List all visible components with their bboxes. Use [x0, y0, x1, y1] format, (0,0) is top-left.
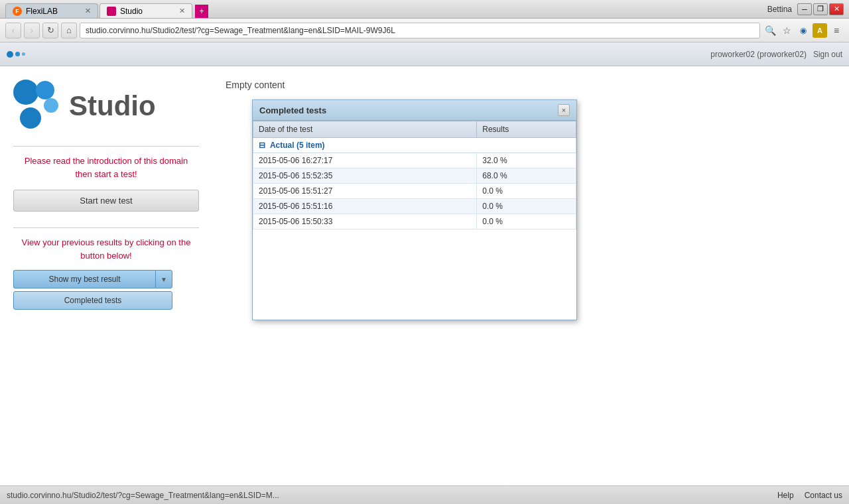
bubble-2	[36, 81, 54, 99]
divider-2	[13, 227, 199, 228]
user-info: proworker02 (proworker02)	[710, 50, 807, 59]
cell-result: 0.0 %	[477, 184, 576, 199]
new-tab-button[interactable]: +	[195, 5, 208, 18]
status-bar: studio.corvinno.hu/Studio2/test/?cg=Sewa…	[0, 485, 849, 504]
status-links: Help Contact us	[777, 491, 842, 500]
modal-body: Date of the test Results ⊟ Actual (5 ite…	[253, 121, 576, 320]
bubble-1	[13, 80, 38, 105]
group-label: Actual (5 item)	[270, 141, 325, 150]
cell-date: 2015-05-06 15:51:27	[253, 184, 477, 199]
start-test-button[interactable]: Start new test	[13, 190, 199, 212]
zoom-icon[interactable]: 🔍	[763, 23, 777, 38]
collapse-icon: ⊟	[259, 141, 265, 150]
flexilab-icon: F	[13, 7, 22, 16]
tab-studio-label: Studio	[120, 7, 143, 16]
cell-date: 2015-05-06 15:50:33	[253, 214, 477, 229]
status-url: studio.corvinno.hu/Studio2/test/?cg=Sewa…	[7, 491, 777, 500]
app-logo	[7, 51, 25, 58]
view-results-text: View your previous results by clicking o…	[13, 236, 199, 262]
tab-flexilab-label: FlexiLAB	[26, 7, 58, 16]
home-button[interactable]: ⌂	[61, 23, 77, 38]
studio-tab-icon	[107, 7, 116, 16]
minimize-button[interactable]: ─	[797, 3, 812, 15]
contact-us-link[interactable]: Contact us	[805, 491, 842, 500]
cell-date: 2015-05-06 15:52:35	[253, 168, 477, 184]
refresh-button[interactable]: ↻	[42, 23, 58, 38]
show-best-result-button[interactable]: Show my best result	[13, 270, 155, 288]
studio-logo-text: Studio	[69, 92, 156, 120]
tab-studio[interactable]: Studio ✕	[99, 3, 192, 18]
window-username: Bettina	[767, 5, 792, 14]
bubble-4	[20, 107, 41, 129]
cell-result: 68.0 %	[477, 168, 576, 184]
address-bar: ‹ › ↻ ⌂ 🔍 ☆ ◉ A ≡	[0, 19, 849, 42]
browser-frame: F FlexiLAB ✕ Studio ✕ + Bettina ─ ❒ ✕ ‹ …	[0, 0, 849, 504]
show-best-dropdown-arrow[interactable]: ▼	[155, 270, 172, 288]
tab-studio-close[interactable]: ✕	[179, 7, 185, 15]
table-row[interactable]: 2015-05-06 15:51:270.0 %	[253, 184, 576, 199]
table-row[interactable]: 2015-05-06 15:51:160.0 %	[253, 199, 576, 214]
title-bar: F FlexiLAB ✕ Studio ✕ + Bettina ─ ❒ ✕	[0, 0, 849, 19]
table-row[interactable]: 2015-05-06 15:50:330.0 %	[253, 214, 576, 229]
divider-1	[13, 146, 199, 147]
studio-logo: Studio	[13, 80, 199, 133]
logo-dot-2	[15, 52, 20, 56]
content-area: Empty content Completed tests × Date of …	[212, 66, 849, 485]
cell-result: 0.0 %	[477, 214, 576, 229]
table-row[interactable]: 2015-05-06 15:52:3568.0 %	[253, 168, 576, 184]
empty-content-label: Empty content	[226, 80, 836, 90]
ext-icon-2[interactable]: A	[813, 23, 827, 38]
cell-date: 2015-05-06 16:27:17	[253, 153, 477, 168]
modal-title: Completed tests	[259, 105, 558, 115]
logo-bubbles	[13, 80, 66, 133]
close-button[interactable]: ✕	[829, 3, 844, 15]
main-content: Studio Please read the introduction of t…	[0, 66, 849, 485]
cell-result: 32.0 %	[477, 153, 576, 168]
group-row[interactable]: ⊟ Actual (5 item)	[253, 138, 576, 153]
intro-text: Please read the introduction of this dom…	[13, 155, 199, 180]
restore-button[interactable]: ❒	[813, 3, 828, 15]
address-input[interactable]	[80, 23, 760, 38]
completed-tests-modal: Completed tests × Date of the test Resul…	[252, 99, 577, 320]
forward-button[interactable]: ›	[24, 23, 40, 38]
split-button: Show my best result ▼	[13, 270, 172, 288]
help-link[interactable]: Help	[777, 491, 794, 500]
table-row[interactable]: 2015-05-06 16:27:1732.0 %	[253, 153, 576, 168]
tabs-row: F FlexiLAB ✕ Studio ✕ +	[5, 0, 767, 18]
window-controls: Bettina ─ ❒ ✕	[767, 3, 844, 15]
modal-close-button[interactable]: ×	[558, 104, 570, 116]
table-header-row: Date of the test Results	[253, 121, 576, 138]
bubble-3	[44, 98, 58, 113]
ext-icon-1[interactable]: ◉	[796, 23, 811, 38]
completed-tests-button[interactable]: Completed tests	[13, 291, 172, 310]
sign-out-button[interactable]: Sign out	[813, 50, 842, 59]
cell-date: 2015-05-06 15:51:16	[253, 199, 477, 214]
tab-flexilab-close[interactable]: ✕	[85, 7, 91, 15]
logo-dot-1	[7, 51, 13, 58]
modal-header: Completed tests ×	[253, 100, 576, 121]
menu-icon[interactable]: ≡	[829, 23, 844, 38]
col-results: Results	[477, 121, 576, 138]
modal-table: Date of the test Results ⊟ Actual (5 ite…	[253, 121, 576, 229]
back-button[interactable]: ‹	[5, 23, 21, 38]
tab-flexilab[interactable]: F FlexiLAB ✕	[5, 3, 98, 18]
col-date: Date of the test	[253, 121, 477, 138]
toolbar-icons: 🔍 ☆ ◉ A ≡	[763, 23, 844, 38]
app-toolbar: proworker02 (proworker02) Sign out	[0, 42, 849, 66]
sidebar: Studio Please read the introduction of t…	[0, 66, 212, 485]
logo-dot-3	[22, 52, 25, 56]
cell-result: 0.0 %	[477, 199, 576, 214]
star-icon[interactable]: ☆	[779, 23, 794, 38]
